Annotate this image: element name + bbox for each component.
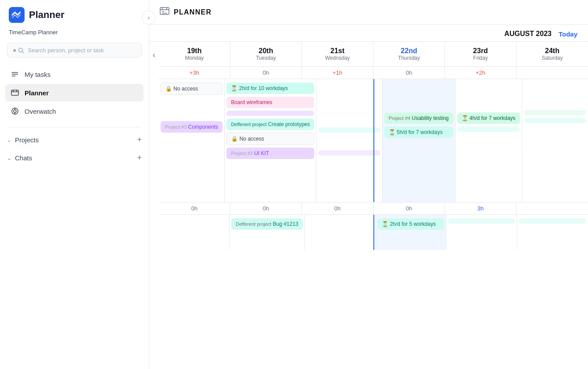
main-header: PLANNER	[149, 0, 588, 25]
task-create-prototypes[interactable]: Defferent project Create prototypes	[226, 119, 314, 130]
bottom-col-wed	[305, 215, 376, 250]
day-col-sat	[522, 79, 588, 202]
bottom-hours-fri: 3h	[445, 203, 516, 214]
sidebar-item-my-tasks[interactable]: My tasks	[5, 65, 143, 83]
day-header-mon: 19th Monday	[159, 42, 230, 66]
task-5hd-cont2	[524, 118, 586, 123]
task-4hd-cont	[524, 110, 586, 115]
task-no-access-2[interactable]: 🔒 No access	[226, 133, 314, 145]
hours-cell-thu: 0h	[373, 67, 445, 79]
lock-icon-2: 🔒	[231, 136, 238, 142]
overwatch-icon	[11, 107, 19, 116]
search-icon: ●	[13, 47, 24, 54]
task-ui-kit-cont	[318, 150, 380, 156]
sidebar-item-planner[interactable]: Planner	[5, 84, 143, 101]
main-title-area: PLANNER	[160, 6, 212, 18]
task-create-proto-cont	[318, 127, 380, 133]
day-number: 21st	[309, 47, 366, 55]
hours-cell-sat	[516, 67, 588, 79]
chats-section[interactable]: ⌄ Chats +	[0, 149, 149, 167]
svg-rect-6	[11, 72, 13, 73]
hourglass-icon: ⏳	[231, 85, 237, 91]
sidebar-item-label: My tasks	[25, 71, 50, 78]
bottom-col-mon	[159, 215, 229, 250]
planner-nav-icon	[11, 88, 19, 97]
task-usability[interactable]: Project #4 Usability testing	[384, 112, 453, 124]
projects-section[interactable]: ⌄ Projects +	[0, 131, 149, 149]
days-container: 19th Monday 20th Tuesday 21st Wednsday 2…	[159, 42, 588, 369]
workspace-name: TimeCamp Planner	[0, 27, 149, 40]
day-header-thu: 22nd Thursday	[373, 42, 445, 66]
day-number: 24th	[523, 47, 581, 55]
task-no-access-1[interactable]: 🔒 No access	[161, 83, 222, 95]
prev-week-button[interactable]: ‹	[149, 42, 159, 369]
task-5hd-workdays[interactable]: ⏳ 5h/d for 7 workdays	[384, 127, 453, 138]
day-col-tue: ⏳ 2h/d for 10 workdays Board wireframes …	[225, 79, 316, 202]
day-col-mon: 🔒 No access Project #3 Components	[159, 79, 225, 202]
task-board-wireframes[interactable]: Board wireframes	[226, 97, 314, 108]
chevron-down-icon: ⌄	[7, 137, 11, 143]
sidebar-item-label: Planner	[25, 89, 49, 97]
planner-header-icon	[160, 6, 169, 18]
bottom-col-tue: Defferent project Bug #1213	[229, 215, 305, 250]
logo-icon	[9, 7, 25, 23]
sidebar-header: Planner	[0, 0, 149, 27]
day-name: Monday	[166, 55, 223, 61]
chevron-down-icon: ⌄	[7, 155, 11, 161]
day-number: 23rd	[452, 47, 509, 55]
svg-rect-7	[11, 90, 18, 95]
day-number-today: 22nd	[380, 47, 437, 55]
add-project-button[interactable]: +	[137, 135, 142, 145]
task-4hd[interactable]: ⏳ 4h/d for 7 workdays	[457, 112, 520, 124]
task-components-cont[interactable]	[226, 111, 314, 116]
day-name: Tuesday	[237, 55, 294, 61]
chats-label: Chats	[15, 154, 32, 162]
projects-label: Projects	[15, 136, 39, 144]
task-workdays-span[interactable]: ⏳ 2h/d for 10 workdays	[226, 83, 314, 94]
bottom-hours-wed: 0h	[302, 203, 373, 214]
task-2hd-cont2	[519, 218, 586, 224]
day-name: Wednsday	[309, 55, 366, 61]
add-chat-button[interactable]: +	[137, 153, 142, 163]
hourglass-icon-4: ⏳	[382, 221, 388, 227]
bottom-hours-tue: 0h	[230, 203, 302, 214]
task-2hd-5wd[interactable]: ⏳ 2h/d for 5 workdays	[377, 218, 444, 230]
bottom-col-sat	[517, 215, 588, 250]
task-ui-kit[interactable]: Project #3 UI KIT	[226, 148, 314, 159]
hours-cell-mon: +3h	[159, 67, 230, 79]
month-nav: AUGUST 2023 Today	[149, 25, 588, 41]
day-name: Thursday	[380, 55, 437, 61]
day-name: Friday	[452, 55, 509, 61]
month-label: AUGUST 2023	[504, 30, 552, 38]
task-bug-1213[interactable]: Defferent project Bug #1213	[231, 218, 303, 230]
day-header-tue: 20th Tuesday	[230, 42, 302, 66]
sidebar-item-label: Overwatch	[25, 108, 56, 115]
bottom-col-thu: ⏳ 2h/d for 5 workdays	[376, 215, 446, 250]
bottom-hours-mon: 0h	[159, 203, 230, 214]
search-bar[interactable]: ● Search person, project or task	[7, 43, 142, 58]
collapse-button[interactable]: ‹	[142, 11, 156, 25]
sidebar-item-overwatch[interactable]: Overwatch	[5, 102, 143, 120]
hours-cell-wed: +1h	[302, 67, 373, 79]
day-number: 20th	[237, 47, 294, 55]
bottom-hours-thu: 0h	[373, 203, 445, 214]
search-placeholder[interactable]: Search person, project or task	[28, 47, 104, 54]
hours-cell-fri: +2h	[445, 67, 516, 79]
day-col-fri: ⏳ 4h/d for 7 workdays	[455, 79, 522, 202]
today-line	[373, 79, 374, 202]
today-button[interactable]: Today	[559, 30, 577, 38]
bottom-hours-row: 0h 0h 0h 0h 3h	[159, 203, 588, 215]
day-name: Saturday	[523, 55, 581, 61]
task-2hd-cont	[448, 218, 515, 224]
logo-text: Planner	[29, 9, 65, 21]
svg-line-2	[22, 52, 24, 54]
hours-cell-tue: 0h	[230, 67, 302, 79]
sidebar: ‹ Planner TimeCamp Planner ● Search pers…	[0, 0, 149, 369]
day-header-fri: 23rd Friday	[445, 42, 516, 66]
hourglass-icon-3: ⏳	[462, 115, 468, 121]
day-headers: 19th Monday 20th Tuesday 21st Wednsday 2…	[159, 42, 588, 67]
day-header-wed: 21st Wednsday	[302, 42, 373, 66]
task-components-start[interactable]: Project #3 Components	[161, 121, 222, 133]
calendar-grid: ‹ 19th Monday 20th Tuesday 21st Wednsday	[149, 41, 588, 369]
main-content: PLANNER AUGUST 2023 Today ‹ 19th Monday …	[149, 0, 588, 369]
